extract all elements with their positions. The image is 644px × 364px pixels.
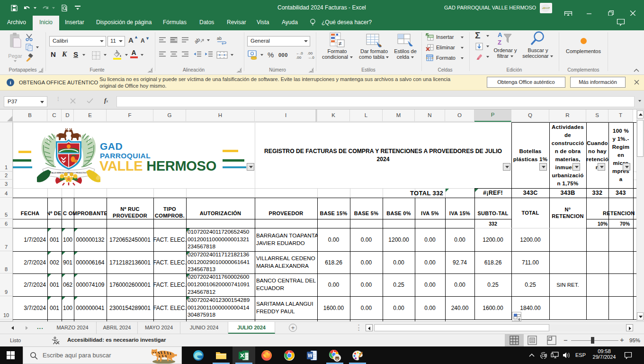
cell-N9[interactable]: 0.00 [415, 273, 445, 296]
align-right-button[interactable] [181, 51, 189, 57]
taskbar-icon-firefox[interactable] [255, 346, 278, 364]
print-preview-icon[interactable] [61, 4, 68, 12]
zoom-slider-track[interactable] [571, 340, 618, 341]
fill-button[interactable] [475, 43, 483, 50]
cell-K8[interactable]: 618.26 [317, 251, 350, 273]
cell-K5-header[interactable]: BASE 15% [317, 198, 350, 219]
row-header-1[interactable]: 1 [0, 122, 13, 172]
vscroll-up-button[interactable] [637, 110, 644, 118]
column-header-S[interactable]: S [586, 109, 608, 122]
cell-Q8[interactable]: 711.00 [511, 251, 549, 273]
tab-archivo[interactable]: Archivo [7, 19, 26, 26]
delete-cells-icon[interactable] [426, 44, 434, 51]
shrink-font-button[interactable]: A▼ [141, 37, 145, 44]
name-box[interactable]: P37 [4, 96, 47, 107]
cell-B8[interactable]: 2/7/2024 [13, 251, 47, 273]
more-info-button[interactable]: Más información [570, 77, 626, 88]
format-cells-icon[interactable] [426, 54, 434, 62]
column-header-L[interactable]: L [350, 109, 383, 122]
get-office-button[interactable]: Obtenga Office auténtico [487, 77, 565, 88]
cut-icon[interactable] [25, 34, 33, 41]
cell-F9[interactable]: 1760002600001 [107, 273, 153, 296]
tell-me-lightbulb-icon[interactable] [309, 18, 316, 27]
cell-P4-ref[interactable]: #¡REF! [474, 188, 511, 198]
cell-I9[interactable]: BANCO CENTRAL DELECUADOR [255, 273, 317, 296]
delete-cells-label[interactable]: Eliminar [436, 45, 455, 50]
cell-M9[interactable]: 0.25 [383, 273, 415, 296]
copy-icon[interactable] [26, 44, 33, 51]
column-header-G[interactable]: G [153, 109, 186, 122]
tray-chevron-icon[interactable] [529, 353, 535, 357]
cell-O9[interactable]: 0.00 [445, 273, 474, 296]
portapapeles-dialog-launcher[interactable] [38, 68, 43, 73]
align-center-button[interactable] [170, 51, 178, 57]
cell-P9[interactable]: 0.25 [474, 273, 511, 296]
cell-B5-header[interactable]: FECHA [13, 198, 47, 219]
cell-F10[interactable]: 2300154289001 [107, 296, 153, 319]
column-header-E[interactable]: E [74, 109, 107, 122]
row-header-2[interactable]: 2 [0, 172, 13, 180]
cell-S5-header[interactable]: RETENCION IV [586, 198, 636, 219]
merge-chevron-icon[interactable] [230, 54, 233, 56]
find-select-button[interactable]: Buscar y seleccionar [520, 30, 556, 66]
filter-S1-dropdown[interactable] [598, 163, 605, 171]
customize-qat-chevron-icon[interactable] [76, 8, 79, 10]
tab-insertar[interactable]: Insertar [65, 19, 84, 26]
number-format-select[interactable]: General [247, 36, 310, 46]
underline-chevron-icon[interactable] [82, 54, 85, 56]
cell-R4[interactable]: 343B [549, 188, 586, 198]
paste-button[interactable]: Pegar [7, 32, 24, 66]
filter-T1-dropdown[interactable] [623, 163, 630, 171]
cell-Q1-header[interactable]: Botellasplásticas 1% [511, 122, 549, 188]
fill-color-button[interactable] [112, 50, 123, 60]
cell-I1-title[interactable]: REGISTRO DE FACTURAS DE COMPRA Y RETENCI… [255, 122, 511, 188]
align-left-button[interactable] [159, 51, 166, 57]
cell-M7[interactable]: 1200.00 [383, 228, 415, 251]
cell-H5-header[interactable]: AUTORIZACIÓN [186, 198, 255, 219]
tab-inicio-active[interactable]: Inicio [33, 16, 59, 30]
vscroll-thumb[interactable] [637, 120, 644, 157]
cell-N5-header[interactable]: IVA 5% [415, 198, 445, 219]
column-header-M[interactable]: M [383, 109, 415, 122]
grow-font-button[interactable]: A▲ [128, 36, 134, 44]
format-chevron-icon[interactable] [460, 57, 464, 60]
delete-chevron-icon[interactable] [460, 47, 464, 49]
row-header-5[interactable]: 5 [0, 198, 13, 219]
cell-H7[interactable]: 0107202401172065245000120011000000001321… [186, 228, 255, 251]
insert-cells-label[interactable]: Insertar [436, 34, 454, 40]
cell-B10[interactable]: 3/7/2024 [13, 296, 47, 319]
view-normal-button[interactable] [505, 334, 524, 346]
column-header-I[interactable]: I [255, 109, 317, 122]
bold-button[interactable]: N [51, 50, 56, 58]
next-sheet-icon[interactable] [25, 326, 29, 330]
zoom-level[interactable]: 95% [629, 337, 640, 343]
cell-P8[interactable]: 618.26 [474, 251, 511, 273]
cell-O7[interactable]: 0.00 [445, 228, 474, 251]
taskbar-icon-paint[interactable] [346, 346, 369, 364]
cell-B7[interactable]: 1/7/2024 [13, 228, 47, 251]
accessibility-status[interactable]: Accesibilidad: es necesario investigar [67, 337, 166, 343]
tab-vista[interactable]: Vista [257, 19, 269, 26]
view-page-break-button[interactable] [547, 336, 556, 345]
cell-F7[interactable]: 1720652450001 [107, 228, 153, 251]
accounting-format-button[interactable] [248, 50, 258, 60]
cell-G10[interactable]: FACT. ELEC. [153, 296, 186, 319]
cell-T6[interactable]: 70% [608, 219, 633, 228]
zoom-out-button[interactable]: − [564, 336, 568, 344]
cell-G7[interactable]: FACT. ELEC. [153, 228, 186, 251]
font-name-select[interactable]: Calibri [49, 36, 106, 46]
align-top-button[interactable] [159, 37, 166, 43]
cell-R1-header[interactable]: Actividadesdeconstrucción de obramateria… [549, 122, 586, 188]
borders-chevron-icon[interactable] [103, 54, 107, 56]
format-cells-label[interactable]: Formato [436, 55, 456, 61]
filter-Q1-dropdown[interactable] [539, 163, 547, 171]
cell-L8[interactable]: 0.00 [350, 251, 383, 273]
feedback-icon[interactable] [617, 18, 625, 26]
cell-O8[interactable]: 92.74 [445, 251, 474, 273]
percent-style-button[interactable]: % [268, 51, 274, 59]
align-bottom-button[interactable] [181, 37, 189, 43]
tab-datos[interactable]: Datos [199, 19, 214, 26]
conditional-formatting-button[interactable]: ≠ Formato condicional [322, 32, 352, 66]
cell-L7[interactable]: 0.00 [350, 228, 383, 251]
cell-I8[interactable]: VILLARREAL CEDENOMARIA ALEXANDRA [255, 251, 317, 273]
